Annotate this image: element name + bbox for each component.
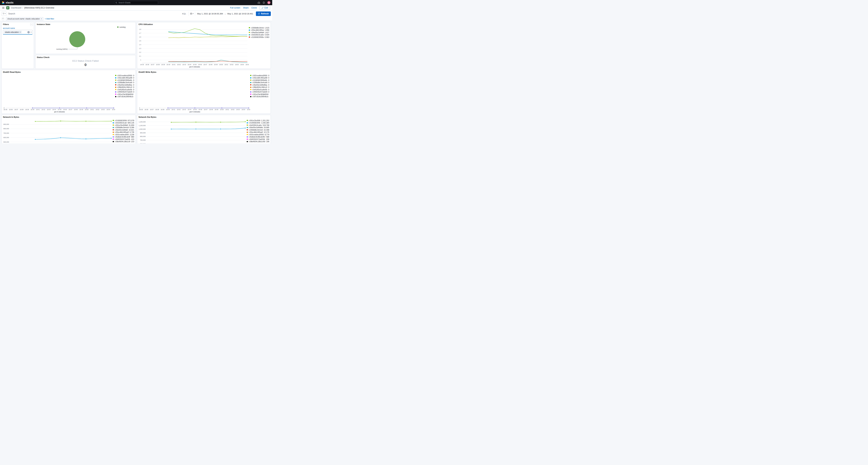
svg-text:18:48: 18:48 (209, 64, 213, 65)
legend-item[interactable]: i-097c8cfe20f546c0a (115, 95, 134, 98)
legend-item[interactable]: i-01065823f30b4fc210 (250, 79, 269, 82)
cloud-icon[interactable] (258, 1, 260, 4)
legend-item[interactable]: i-0e5283c5ca6ef3c8c584,135 (113, 122, 134, 124)
account-name-combobox[interactable]: elastic-education × × ▾ (3, 30, 32, 35)
legend-item[interactable]: i-0e5283c5ca6ef3c8c0 (250, 88, 269, 91)
cpu-utilization-svg[interactable]: 11.11.21.31.41.51.61.71.818:3518:3618:37… (137, 26, 249, 69)
instance-state-pie[interactable]: running (100%) (35, 26, 135, 54)
legend-dot (115, 91, 116, 93)
legend-item[interactable]: i-0e5283c5ca6ef3c8c518,768 (247, 124, 269, 126)
legend-item[interactable]: i-0358d8e1fe4cb56890 (250, 82, 269, 84)
legend-item[interactable]: i-002cea6dcd35502f70 (115, 74, 134, 77)
legend-item[interactable]: i-0358d8e1fe4cb568922,498 (247, 129, 269, 131)
legend-item[interactable]: i-06e00e1b96dfda3f724,685 (247, 126, 269, 129)
legend-item[interactable]: i-00ecdbfc465ad98df1.656 (249, 29, 269, 31)
legend-series-value: 518,768 (262, 124, 269, 126)
clone-link[interactable]: Clone (251, 7, 257, 9)
menu-hamburger-icon[interactable] (2, 7, 4, 9)
legend-item[interactable]: i-06e00e1b96dfda3f70 (250, 84, 269, 86)
diskio-read-plot-area[interactable]: 018:3518:3618:3718:3818:3918:4018:4118:4… (2, 74, 115, 114)
legend-dot (250, 91, 251, 93)
global-search[interactable] (114, 1, 158, 4)
legend-item[interactable]: i-0e5283c5ca6ef3c8c0 (115, 88, 134, 91)
network-in-bytes-svg[interactable]: 300,000400,000500,000600,000700,000800,0… (2, 119, 113, 144)
legend-item[interactable]: i-00ecdbfc465ad98df0 (115, 77, 134, 79)
pie-slice-running[interactable] (69, 31, 85, 47)
diskio-read-bytes-svg[interactable]: 018:3518:3618:3718:3818:3918:4018:4118:4… (2, 74, 115, 114)
date-picker-button[interactable]: ▾ (189, 12, 195, 16)
legend-item[interactable]: i-08b4604c18b1c0f34210 (113, 141, 134, 143)
diskio-write-plot-area[interactable]: 018:3518:3618:3718:3818:3918:4018:4118:4… (137, 74, 250, 114)
share-link[interactable]: Share (243, 7, 249, 9)
legend-item[interactable]: i-002cea6dcd35502f73,236 (113, 133, 134, 136)
svg-text:18:49: 18:49 (79, 109, 83, 111)
legend-item[interactable]: i-0358d8e1fe4cb56890 (115, 82, 134, 84)
svg-text:1,100,000: 1,100,000 (139, 125, 146, 126)
network-in-plot-area[interactable]: 300,000400,000500,000600,000700,000800,0… (2, 119, 113, 144)
remove-option-icon[interactable]: × (20, 31, 21, 33)
saved-query-menu-button[interactable]: ▾ (1, 12, 7, 16)
date-range-start[interactable]: May 1, 2021 @ 18:36:55.384 (197, 13, 223, 15)
svg-text:18:37: 18:37 (151, 64, 155, 65)
svg-text:18:46: 18:46 (198, 64, 202, 65)
legend-item[interactable]: i-00ecdbfc465ad98df0 (250, 77, 269, 79)
date-range-end[interactable]: May 1, 2021 @ 19:02:18.461 (227, 13, 253, 15)
network-out-plot-area[interactable]: 400,000500,000600,000700,000800,000900,0… (137, 119, 247, 144)
legend-item[interactable]: i-0f4f2052073a929470 (250, 91, 269, 93)
legend-item[interactable]: i-01065823f30b4fc210 (115, 79, 134, 82)
legend-item[interactable]: i-0bdbdc9c88cde9518588 (247, 136, 269, 138)
legend-item[interactable]: i-0358d8e1fe4cb56898,396 (113, 126, 134, 129)
diskio-write-bytes-svg[interactable]: 018:3518:3618:3718:3818:3918:4018:4118:4… (137, 74, 250, 114)
legend-item[interactable]: i-091e23e369b893463 (250, 93, 269, 95)
legend-item[interactable]: i-091e23e369b89346331,659 (113, 124, 134, 126)
legend-item[interactable]: i-0bdbdc9c88cde9518880 (113, 136, 134, 138)
query-language-selector[interactable]: KQL (181, 13, 187, 15)
cpu-utilization-plot-area[interactable]: 11.11.21.31.41.51.61.71.818:3518:3618:37… (137, 26, 249, 69)
legend-item[interactable]: i-08b4604c18b1c0f340 (250, 86, 269, 89)
legend-series-value: 8,396 (130, 126, 134, 128)
legend-series-name: i-002cea6dcd35502f7 (249, 133, 264, 135)
legend-item[interactable]: i-08b4604c18b1c0f340 (115, 86, 134, 89)
space-badge[interactable]: D (6, 6, 9, 9)
kql-search-input[interactable] (8, 12, 180, 15)
user-avatar[interactable]: m (267, 1, 271, 4)
selected-option-pill[interactable]: elastic-education × (4, 31, 22, 33)
svg-text:per 5 minutes: per 5 minutes (190, 111, 200, 113)
legend-item[interactable]: i-091e23e369b893...1,201,252 (247, 119, 269, 122)
legend-item[interactable]: i-0f4f2052073a92947410 (113, 138, 134, 141)
legend-item[interactable]: i-0f4f2052073a92947208 (247, 138, 269, 141)
legend-item[interactable]: i-01065823f30b4fc...1,030,384 (247, 122, 269, 124)
legend-item[interactable]: i-06e00e1b96dfda3f710,921 (113, 129, 134, 131)
legend-item[interactable]: i-01065823f30b4fc210.963 (249, 36, 269, 38)
legend-item[interactable]: i-00ecdbfc465ad98df12,176 (247, 131, 269, 133)
alerts-bell-icon[interactable] (262, 1, 265, 4)
legend-item[interactable]: i-097c8cfe20f546c0a (250, 95, 269, 98)
add-filter-button[interactable]: + Add filter (45, 18, 54, 20)
legend-item[interactable]: i-0358d8e1fe4cb56891.615 (249, 27, 269, 29)
legend-series-name: i-06e00e1b96dfda3f7 (251, 31, 264, 33)
edit-button[interactable]: Edit (259, 6, 270, 10)
legend-item[interactable]: i-00ecdbfc465ad98df6,736 (113, 131, 134, 133)
filter-options-button[interactable] (1, 17, 4, 20)
legend-item[interactable]: i-06e00e1b96dfda3f71.617 (249, 31, 269, 34)
elastic-logo[interactable]: elastic (2, 1, 14, 4)
network-out-bytes-svg[interactable]: 400,000500,000600,000700,000800,000900,0… (137, 119, 247, 144)
legend-item[interactable]: i-01065823f30b4fc21972,078 (113, 119, 134, 122)
filter-pill-cloud-account[interactable]: cloud.account.name: elastic-education × (6, 17, 43, 21)
legend-item[interactable]: i-0e5283c5ca6ef3c8c0.934 (249, 34, 269, 36)
breadcrumb-dashboard[interactable]: Dashboard (11, 7, 21, 9)
global-search-input[interactable] (118, 1, 157, 4)
refresh-button[interactable]: Refresh (256, 11, 271, 16)
legend-item[interactable]: i-0f4f2052073a929470 (115, 91, 134, 93)
full-screen-link[interactable]: Full screen (230, 7, 240, 9)
legend-item[interactable]: i-002cea6dcd35502f70 (250, 74, 269, 77)
panel-options-button[interactable]: ⋯ (30, 23, 33, 26)
chevron-down-icon[interactable]: ▾ (31, 31, 31, 33)
legend-item[interactable]: i-002cea6dcd35502f78,779 (247, 133, 269, 136)
remove-filter-icon[interactable]: × (41, 18, 42, 20)
cpu-utilization-chart: 11.11.21.31.41.51.61.71.818:3518:3618:37… (137, 26, 271, 69)
clear-selection-button[interactable]: × (27, 31, 30, 33)
legend-item[interactable]: i-091e23e369b893463 (115, 93, 134, 95)
legend-item[interactable]: i-06e00e1b96dfda3f70 (115, 84, 134, 86)
legend-item[interactable]: i-08b4604c18b1c0f34196 (247, 141, 269, 143)
